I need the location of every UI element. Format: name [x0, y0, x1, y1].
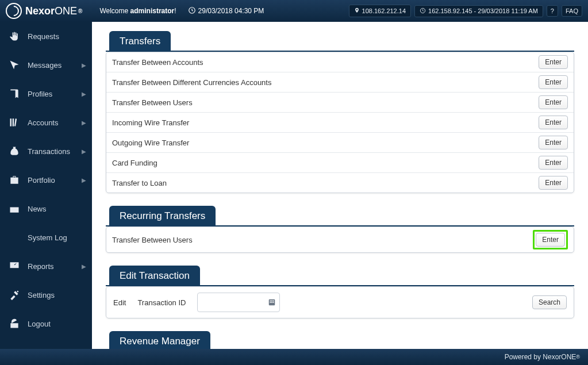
clock-icon-small — [420, 7, 426, 15]
enter-button[interactable]: Enter — [539, 55, 568, 69]
sidebar: Requests Messages ▶ Profiles ▶ Accounts … — [0, 22, 92, 349]
faq-button[interactable]: FAQ — [562, 5, 582, 17]
lock-open-icon — [8, 317, 21, 330]
nav-label: System Log — [28, 233, 67, 242]
transfer-row: Incoming Wire Transfer Enter — [106, 113, 574, 133]
chevron-right-icon: ▶ — [82, 91, 86, 97]
cursor-icon — [8, 59, 21, 71]
search-button[interactable]: Search — [532, 295, 567, 309]
transfer-row: Card Funding Enter — [106, 153, 574, 173]
svg-rect-4 — [272, 301, 273, 302]
nav-label: Requests — [28, 32, 59, 41]
ip-last: 162.158.92.145 - 29/03/2018 11:19 AM — [428, 7, 538, 14]
sidebar-item-accounts[interactable]: Accounts ▶ — [0, 108, 92, 137]
clock-icon — [188, 6, 196, 16]
enter-button[interactable]: Enter — [539, 156, 568, 170]
row-label: Transfer Between Accounts — [112, 58, 539, 67]
datetime: 29/03/2018 04:30 PM — [198, 7, 264, 15]
nav-label: Transactions — [28, 147, 70, 156]
money-bag-icon — [8, 145, 21, 157]
sidebar-item-systemlog[interactable]: System Log — [0, 223, 92, 252]
brand-text-b: ONE — [55, 5, 77, 17]
welcome-post: ! — [174, 7, 176, 15]
svg-rect-7 — [272, 302, 273, 303]
sliders-icon — [8, 231, 21, 244]
marker-icon — [354, 7, 360, 15]
footer-text: Powered by NexorONE — [505, 353, 577, 361]
briefcase-icon — [8, 174, 21, 186]
edit-tab: Edit Transaction — [109, 266, 200, 285]
book-icon — [8, 87, 21, 100]
nav-label: Messages — [28, 61, 62, 70]
sidebar-item-messages[interactable]: Messages ▶ — [0, 51, 92, 79]
keypad-icon[interactable] — [268, 298, 276, 306]
enter-button[interactable]: Enter — [539, 75, 568, 89]
chevron-right-icon: ▶ — [82, 148, 86, 155]
row-label: Transfer Between Different Currencies Ac… — [112, 78, 539, 87]
brand-text-a: Nexor — [25, 5, 55, 17]
footer: Powered by NexorONE® — [0, 349, 588, 365]
recurring-tab: Recurring Transfers — [109, 206, 216, 225]
transfers-tab: Transfers — [109, 31, 171, 51]
transfer-row: Outgoing Wire Transfer Enter — [106, 133, 574, 153]
hand-icon — [8, 30, 21, 43]
row-label: Card Funding — [112, 159, 539, 167]
chevron-right-icon: ▶ — [82, 62, 86, 68]
nav-label: News — [28, 205, 47, 213]
books-icon — [8, 116, 21, 129]
edit-label: Edit — [113, 298, 126, 307]
sidebar-item-reports[interactable]: Reports ▶ — [0, 252, 92, 281]
transaction-id-input[interactable] — [197, 293, 280, 312]
enter-button[interactable]: Enter — [539, 176, 568, 190]
nav-label: Portfolio — [28, 176, 55, 185]
row-label: Outgoing Wire Transfer — [112, 139, 539, 147]
main-content: Transfers Transfer Between Accounts Ente… — [92, 22, 588, 349]
nav-label: Accounts — [28, 118, 58, 127]
logo[interactable]: NexorONE® — [6, 3, 82, 19]
enter-button[interactable]: Enter — [539, 95, 568, 109]
transfer-row: Transfer Between Different Currencies Ac… — [106, 72, 574, 93]
logo-icon — [6, 3, 22, 19]
sidebar-item-portfolio[interactable]: Portfolio ▶ — [0, 166, 92, 194]
sidebar-item-profiles[interactable]: Profiles ▶ — [0, 79, 92, 108]
enter-button[interactable]: Enter — [539, 116, 568, 129]
ip-pill-last[interactable]: 162.158.92.145 - 29/03/2018 11:19 AM — [414, 5, 543, 17]
ip-pill-current[interactable]: 108.162.212.14 — [349, 5, 411, 17]
row-label: Incoming Wire Transfer — [112, 118, 539, 127]
welcome-text: Welcome administrator! — [99, 7, 176, 15]
topbar-right: 108.162.212.14 162.158.92.145 - 29/03/20… — [349, 5, 582, 17]
svg-rect-3 — [270, 301, 271, 302]
brand-reg: ® — [78, 8, 82, 14]
edit-transaction-panel: Edit Transaction Edit Transaction ID Sea… — [106, 266, 574, 318]
svg-rect-5 — [273, 301, 274, 302]
tools-icon — [8, 289, 21, 301]
row-label: Transfer Between Users — [112, 236, 533, 244]
welcome-user: administrator — [130, 7, 175, 15]
nav-label: Profiles — [28, 90, 52, 98]
nav-label: Settings — [28, 291, 55, 299]
top-bar: NexorONE® Welcome administrator! 29/03/2… — [0, 0, 588, 22]
revenue-panel: Revenue Manager Deduct from Revenue Acco… — [106, 331, 574, 349]
enter-button[interactable]: Enter — [536, 233, 565, 247]
sidebar-item-news[interactable]: News — [0, 194, 92, 223]
sidebar-item-requests[interactable]: Requests — [0, 22, 92, 51]
ip-current: 108.162.212.14 — [362, 7, 406, 14]
sidebar-item-transactions[interactable]: Transactions ▶ — [0, 137, 92, 166]
sidebar-item-logout[interactable]: Logout — [0, 309, 92, 338]
help-button[interactable]: ? — [547, 5, 558, 17]
chevron-right-icon: ▶ — [82, 120, 86, 126]
svg-rect-6 — [270, 302, 271, 303]
transfer-row: Transfer Between Accounts Enter — [106, 52, 574, 72]
sidebar-item-settings[interactable]: Settings — [0, 281, 92, 309]
footer-reg: ® — [576, 354, 580, 360]
enter-button[interactable]: Enter — [539, 136, 568, 149]
recurring-row: Transfer Between Users Enter — [106, 227, 574, 252]
recurring-panel: Recurring Transfers Transfer Between Use… — [106, 206, 574, 253]
presentation-icon — [8, 260, 21, 272]
nav-label: Logout — [28, 320, 51, 328]
highlighted-enter: Enter — [533, 230, 568, 249]
row-label: Transfer to Loan — [112, 179, 539, 187]
welcome-pre: Welcome — [99, 7, 130, 15]
transfer-row: Transfer Between Users Enter — [106, 93, 574, 113]
svg-rect-8 — [273, 302, 274, 303]
